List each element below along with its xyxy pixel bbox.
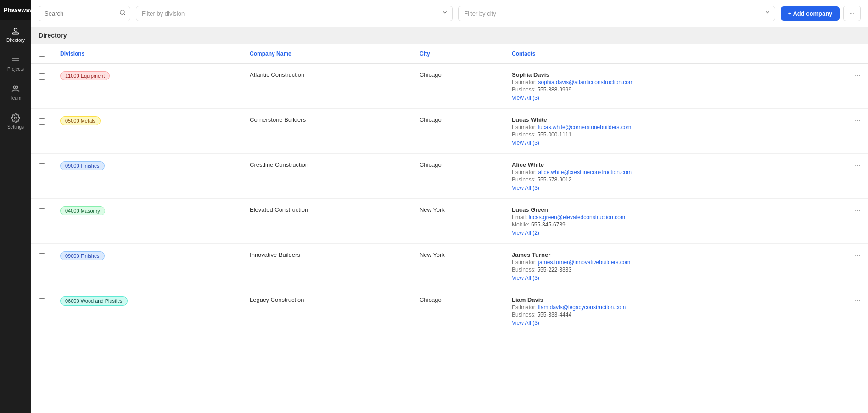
page-title: Directory — [31, 27, 868, 44]
row-checkbox-4[interactable] — [39, 253, 45, 260]
contact-name-4: James Turner — [512, 251, 812, 258]
contact-email-1: Estimator: lucas.white@cornerstonebuilde… — [512, 124, 812, 130]
view-all-link-1[interactable]: View All (3) — [512, 140, 812, 146]
contact-email-0: Estimator: sophia.davis@atlanticconstruc… — [512, 79, 812, 85]
division-badge-0: 11000 Equipment — [60, 71, 110, 80]
city-name-4: New York — [420, 251, 445, 258]
sidebar-item-settings[interactable]: Settings — [0, 107, 31, 136]
view-all-link-0[interactable]: View All (3) — [512, 95, 812, 101]
col-contacts: Contacts — [504, 44, 820, 64]
row-actions-3[interactable]: ··· — [820, 199, 868, 244]
row-checkbox-5[interactable] — [39, 298, 45, 305]
view-all-link-3[interactable]: View All (2) — [512, 230, 812, 236]
row-checkbox-0[interactable] — [39, 73, 45, 80]
col-city: City — [412, 44, 504, 64]
filter-division-select[interactable]: Filter by division — [136, 6, 453, 21]
row-city-4: New York — [412, 244, 504, 289]
row-contact-3: Lucas Green Email: lucas.green@elevatedc… — [504, 199, 820, 244]
sidebar: Phasewave Directory Projects Team Settin… — [0, 0, 31, 413]
row-company-1: Cornerstone Builders — [242, 109, 412, 154]
col-divisions: Divisions — [53, 44, 242, 64]
topbar-actions: + Add company ··· — [781, 6, 861, 21]
view-all-link-2[interactable]: View All (3) — [512, 185, 812, 191]
contact-email-5: Estimator: liam.davis@legacyconstruction… — [512, 304, 812, 311]
contact-phone-2: Business: 555-678-9012 — [512, 176, 812, 183]
row-actions-4[interactable]: ··· — [820, 244, 868, 289]
view-all-link-5[interactable]: View All (3) — [512, 320, 812, 326]
row-checkbox-cell — [31, 154, 53, 199]
search-input[interactable] — [39, 6, 130, 21]
city-name-3: New York — [420, 206, 445, 213]
row-contact-2: Alice White Estimator: alice.white@crest… — [504, 154, 820, 199]
row-city-1: Chicago — [412, 109, 504, 154]
row-actions-1[interactable]: ··· — [820, 109, 868, 154]
division-badge-4: 09000 Finishes — [60, 251, 105, 260]
contact-email-3: Email: lucas.green@elevatedconstruction.… — [512, 214, 812, 221]
contact-email-4: Estimator: james.turner@innovativebuilde… — [512, 259, 812, 266]
row-actions-5[interactable]: ··· — [820, 289, 868, 334]
table-header-row: Divisions Company Name City Contacts — [31, 44, 868, 64]
search-wrap — [39, 6, 130, 21]
contact-name-3: Lucas Green — [512, 206, 812, 213]
row-checkbox-1[interactable] — [39, 118, 45, 125]
row-contact-0: Sophia Davis Estimator: sophia.davis@atl… — [504, 64, 820, 109]
row-actions-0[interactable]: ··· — [820, 64, 868, 109]
contact-name-0: Sophia Davis — [512, 71, 812, 78]
col-company: Company Name — [242, 44, 412, 64]
row-contact-1: Lucas White Estimator: lucas.white@corne… — [504, 109, 820, 154]
view-all-link-4[interactable]: View All (3) — [512, 275, 812, 281]
row-city-0: Chicago — [412, 64, 504, 109]
sidebar-label-settings: Settings — [7, 124, 24, 130]
row-actions-2[interactable]: ··· — [820, 154, 868, 199]
filter-division-wrap: Filter by division — [136, 6, 453, 21]
contact-name-1: Lucas White — [512, 116, 812, 123]
svg-point-0 — [14, 28, 17, 31]
row-division-3: 04000 Masonry — [53, 199, 242, 244]
row-checkbox-cell — [31, 199, 53, 244]
row-division-5: 06000 Wood and Plastics — [53, 289, 242, 334]
contact-name-2: Alice White — [512, 161, 812, 168]
row-company-5: Legacy Construction — [242, 289, 412, 334]
division-badge-1: 05000 Metals — [60, 116, 101, 125]
select-all-checkbox[interactable] — [39, 50, 45, 57]
row-division-1: 05000 Metals — [53, 109, 242, 154]
main-content: Filter by division Filter by city + Add … — [31, 0, 868, 413]
row-checkbox-cell — [31, 109, 53, 154]
sidebar-label-projects: Projects — [7, 67, 24, 72]
sidebar-item-directory[interactable]: Directory — [0, 20, 31, 49]
col-actions — [820, 44, 868, 64]
row-checkbox-cell — [31, 289, 53, 334]
contact-email-2: Estimator: alice.white@crestlineconstruc… — [512, 169, 812, 175]
sidebar-item-team[interactable]: Team — [0, 78, 31, 107]
company-name-2: Crestline Construction — [250, 161, 308, 168]
division-badge-3: 04000 Masonry — [60, 206, 105, 215]
row-company-0: Atlantic Construction — [242, 64, 412, 109]
row-contact-4: James Turner Estimator: james.turner@inn… — [504, 244, 820, 289]
row-company-4: Innovative Builders — [242, 244, 412, 289]
filter-city-select[interactable]: Filter by city — [458, 6, 775, 21]
table-row: 09000 Finishes Crestline Construction Ch… — [31, 154, 868, 199]
directory-table-container: Divisions Company Name City Contacts 110… — [31, 44, 868, 413]
row-checkbox-cell — [31, 64, 53, 109]
city-name-1: Chicago — [420, 116, 442, 123]
contact-name-5: Liam Davis — [512, 296, 812, 303]
add-company-button[interactable]: + Add company — [781, 6, 840, 21]
row-checkbox-2[interactable] — [39, 163, 45, 170]
table-row: 11000 Equipment Atlantic Construction Ch… — [31, 64, 868, 109]
svg-rect-1 — [12, 33, 18, 34]
row-checkbox-cell — [31, 244, 53, 289]
row-company-3: Elevated Construction — [242, 199, 412, 244]
row-city-5: Chicago — [412, 289, 504, 334]
topbar: Filter by division Filter by city + Add … — [31, 0, 868, 27]
table-row: 05000 Metals Cornerstone Builders Chicag… — [31, 109, 868, 154]
more-options-button[interactable]: ··· — [843, 6, 861, 21]
row-city-2: Chicago — [412, 154, 504, 199]
row-checkbox-3[interactable] — [39, 208, 45, 215]
app-logo: Phasewave — [0, 0, 31, 20]
svg-point-3 — [16, 86, 18, 88]
sidebar-item-projects[interactable]: Projects — [0, 49, 31, 78]
row-division-0: 11000 Equipment — [53, 64, 242, 109]
table-row: 06000 Wood and Plastics Legacy Construct… — [31, 289, 868, 334]
filter-city-wrap: Filter by city — [458, 6, 775, 21]
table-body: 11000 Equipment Atlantic Construction Ch… — [31, 64, 868, 334]
